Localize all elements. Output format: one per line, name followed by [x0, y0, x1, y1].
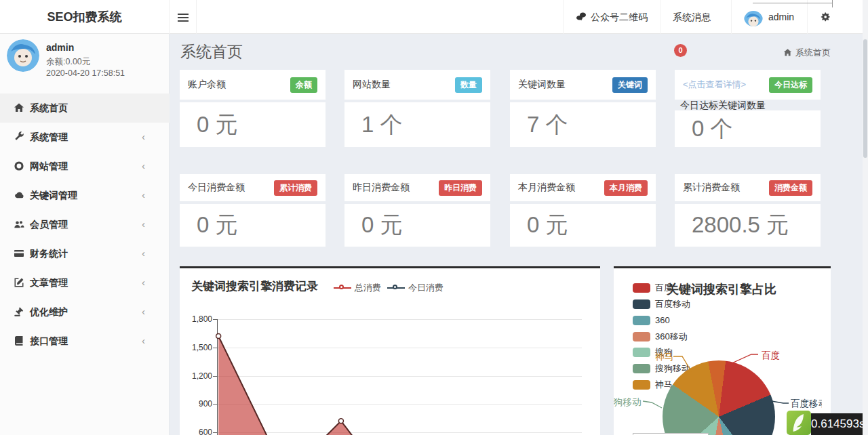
card-value: 7 个: [510, 110, 568, 140]
page-exec-time-badge: 0.614593s: [811, 413, 863, 435]
page-title: 系统首页: [180, 41, 243, 62]
chevron-left-icon: ‹: [142, 247, 145, 259]
card-badge: 消费金额: [769, 180, 812, 196]
card-title: 今日消费金额: [188, 182, 245, 194]
chevron-left-icon: ‹: [142, 335, 145, 346]
app-root: SEO扣费系统 公众号二维码 系统消息0 admin admin 余额:0.00…: [0, 0, 868, 435]
sidebar-item-label: 接口管理: [30, 335, 68, 348]
trace-toggle-button[interactable]: [787, 411, 811, 435]
card-badge: 昨日消费: [439, 180, 482, 196]
comments-icon: [576, 12, 587, 22]
sidebar-datetime: 2020-04-20 17:58:51: [46, 68, 125, 78]
chevron-left-icon: ‹: [142, 189, 145, 201]
card-badge: 累计消费: [274, 180, 317, 196]
gavel-icon: [14, 306, 24, 317]
sidebar-item-label: 会员管理: [30, 219, 68, 231]
sidebar-user-block: admin 余额:0.00元 2020-04-20 17:58:51: [0, 34, 169, 92]
sidebar-item-label: 文章管理: [30, 277, 68, 289]
pie-callout-shenma: 神马: [655, 351, 673, 363]
card-badge: 余额: [290, 77, 317, 93]
qr-code-label: 公众号二维码: [591, 12, 648, 22]
dropdown-edge-artifact: [753, 3, 833, 3]
sidebar-menu: 系统首页 系统管理 ‹ 网站管理 ‹ 关键词管理 ‹ 会员管理 ‹: [0, 94, 170, 356]
chevron-left-icon: ‹: [142, 276, 145, 288]
card-title: 网站数量: [353, 79, 391, 91]
card-value: 0 元: [180, 210, 238, 241]
sidebar-avatar: [7, 39, 39, 72]
card-title: 关键词数量: [518, 79, 566, 91]
card-value: 1 个: [344, 110, 403, 140]
sidebar-item-finance-stats[interactable]: 财务统计 ‹: [0, 239, 170, 268]
card-badge: 关键词: [612, 77, 648, 93]
card-value: 0 元: [510, 210, 568, 241]
card-badge: 今日达标: [769, 77, 812, 93]
edit-icon: [14, 277, 24, 288]
top-navbar: SEO扣费系统 公众号二维码 系统消息0 admin: [0, 0, 868, 34]
card-value: 2800.5 元: [675, 210, 789, 241]
card-title: 本月消费金额: [518, 182, 575, 194]
view-details-link[interactable]: <点击查看详情>: [683, 79, 746, 91]
home-icon: [783, 48, 792, 57]
home-icon: [14, 102, 24, 113]
book-icon: [14, 335, 24, 346]
sidebar-item-member-mgmt[interactable]: 会员管理 ‹: [0, 210, 170, 239]
sidebar-item-api-mgmt[interactable]: 接口管理 ‹: [0, 327, 170, 356]
sidebar-item-label: 网站管理: [30, 161, 68, 173]
pie-callout-sogou-mobile: 狗移动: [614, 396, 642, 409]
pie-callout-baidu: 百度: [762, 350, 780, 362]
sidebar-item-label: 财务统计: [30, 248, 68, 260]
breadcrumb-label: 系统首页: [795, 47, 831, 58]
dropdown-edge-artifact-tick: [832, 0, 833, 7]
card-value: 0 元: [180, 110, 238, 140]
sidebar-item-home[interactable]: 系统首页: [0, 94, 170, 123]
qr-code-menu-item[interactable]: 公众号二维码: [563, 0, 660, 34]
chevron-left-icon: ‹: [142, 218, 145, 230]
messages-label: 系统消息: [673, 12, 711, 22]
card-badge: 本月消费: [604, 180, 648, 196]
sidebar-item-label: 系统管理: [30, 131, 68, 144]
engine-pie-chart-panel: 关键词搜索引擎占比 百度 百度移动 360 360移动 搜狗 搜狗移动 神马 神…: [614, 266, 831, 435]
circle-icon: [14, 161, 24, 171]
username-label: admin: [768, 12, 794, 22]
users-icon: [14, 219, 24, 230]
chevron-left-icon: ‹: [142, 306, 145, 317]
sidebar-item-optimization[interactable]: 优化维护 ‹: [0, 297, 170, 327]
breadcrumb[interactable]: 系统首页: [739, 47, 831, 59]
sidebar-item-website-mgmt[interactable]: 网站管理 ‹: [0, 152, 170, 181]
cogs-icon: [820, 11, 831, 22]
browser-scrollbar-thumb[interactable]: [863, 39, 867, 158]
card-value: 0 个: [675, 114, 733, 144]
card-title: 昨日消费金额: [353, 182, 410, 194]
sidebar: admin 余额:0.00元 2020-04-20 17:58:51 系统首页 …: [0, 34, 170, 435]
menu-toggle-button[interactable]: [170, 0, 197, 34]
card-value: 0 元: [344, 210, 403, 241]
sidebar-item-label: 关键词管理: [30, 190, 77, 202]
card-title: 账户余额: [188, 79, 226, 91]
card-badge: 数量: [455, 77, 482, 93]
sidebar-item-keyword-mgmt[interactable]: 关键词管理 ‹: [0, 181, 170, 210]
brand-title: SEO扣费系统: [0, 0, 170, 34]
thinkphp-leaf-icon: [787, 411, 811, 435]
settings-menu-item[interactable]: [807, 0, 845, 34]
chevron-left-icon: ‹: [142, 131, 145, 142]
messages-count-badge: 0: [674, 44, 687, 57]
sidebar-item-label: 优化维护: [30, 306, 68, 318]
pie-callout-baidu-mobile: 百度移动: [791, 398, 822, 410]
sidebar-item-label: 系统首页: [30, 102, 68, 115]
wrench-icon: [14, 131, 24, 142]
sidebar-username: admin: [46, 42, 74, 53]
sidebar-item-article-mgmt[interactable]: 文章管理 ‹: [0, 268, 170, 297]
chevron-left-icon: ‹: [142, 160, 145, 171]
avatar: [744, 7, 763, 26]
sidebar-balance: 余额:0.00元: [46, 56, 90, 68]
cloud-icon: [14, 190, 24, 201]
card-title: 累计消费金额: [683, 182, 740, 194]
user-menu-item[interactable]: admin: [731, 0, 807, 34]
credit-card-icon: [14, 248, 24, 259]
area-chart-plot: [180, 268, 600, 435]
system-messages-menu-item[interactable]: 系统消息0: [660, 0, 731, 34]
spend-line-chart-panel: 关键词搜索引擎消费记录 总消费 今日消费 1,800 1,500 1,200 9…: [180, 266, 600, 435]
sidebar-item-system-mgmt[interactable]: 系统管理 ‹: [0, 123, 170, 152]
